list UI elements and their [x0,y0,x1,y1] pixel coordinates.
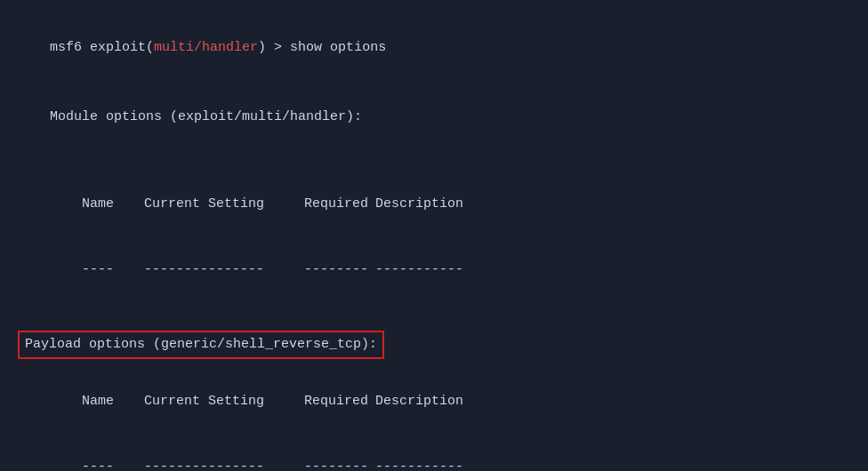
module-underlines: -------------------------------------- [50,238,850,302]
payload-table-header: NameCurrent SettingRequiredDescription [50,370,850,434]
exploit-suffix: ) [258,40,266,55]
command: > show options [266,40,386,55]
space [82,40,90,55]
exploit-path: multi/handler [154,40,258,55]
terminal-window: msf6 exploit(multi/handler) > show optio… [18,16,850,455]
module-options-header: Module options (exploit/multi/handler): [18,85,850,149]
payload-options-header: Payload options (generic/shell_reverse_t… [18,323,850,363]
prompt-line: msf6 exploit(multi/handler) > show optio… [18,16,850,80]
module-table-header: NameCurrent SettingRequiredDescription [50,172,850,236]
payload-underlines: -------------------------------------- [50,435,850,471]
msf-label: msf6 [50,40,82,55]
exploit-path-label: exploit( [90,40,154,55]
